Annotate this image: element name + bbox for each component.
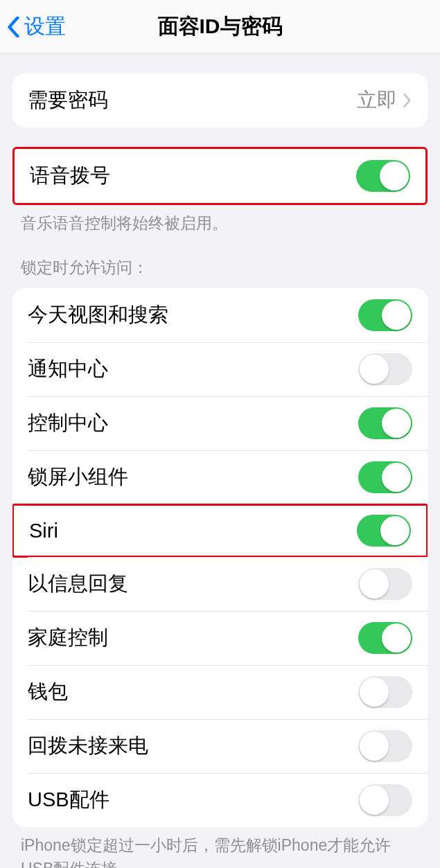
row-value: 立即 [357,87,397,114]
voice-dial-row: 语音拨号 [15,149,425,203]
lock-item-row: 锁屏小组件 [12,450,428,504]
lock-item-row: 通知中心 [12,342,428,396]
lock-item-toggle[interactable] [358,461,412,493]
row-label: 控制中心 [28,409,358,437]
lock-item-row: 家庭控制 [12,611,428,665]
row-label: USB配件 [28,786,358,814]
usb-footer: iPhone锁定超过一小时后，需先解锁iPhone才能允许USB配件连接。 [0,827,440,868]
row-label: 锁屏小组件 [28,463,358,491]
lock-item-row: 钱包 [12,665,428,719]
lock-item-toggle[interactable] [358,676,412,708]
row-label: 钱包 [28,678,358,706]
lock-item-row: 回拨未接来电 [12,719,428,773]
back-button[interactable]: 设置 [7,12,66,41]
lock-item-toggle[interactable] [358,407,412,439]
page-title: 面容ID与密码 [158,12,283,41]
lock-item-toggle[interactable] [358,568,412,600]
lock-item-row: Siri [12,504,428,558]
chevron-right-icon [403,93,412,108]
row-label: Siri [29,520,357,542]
back-label: 设置 [24,12,66,41]
row-label: 今天视图和搜索 [28,301,358,329]
passcode-group: 需要密码 立即 [12,73,428,127]
lock-access-header: 锁定时允许访问： [0,235,440,284]
voice-dial-toggle[interactable] [356,160,410,192]
lock-item-toggle[interactable] [358,784,412,816]
voice-dial-group: 语音拨号 [12,147,428,205]
lock-item-row: 以信息回复 [12,557,428,611]
row-label: 通知中心 [28,355,358,383]
lock-item-row: 控制中心 [12,396,428,450]
row-label: 语音拨号 [30,162,356,190]
lock-item-toggle[interactable] [358,299,412,331]
row-label: 家庭控制 [28,624,358,652]
lock-item-toggle[interactable] [358,353,412,385]
lock-item-row: USB配件 [12,773,428,827]
lock-item-toggle[interactable] [358,730,412,762]
chevron-left-icon [7,17,20,37]
row-label: 需要密码 [28,87,357,114]
row-label: 回拨未接来电 [28,732,358,760]
lock-access-group: 今天视图和搜索通知中心控制中心锁屏小组件Siri以信息回复家庭控制钱包回拨未接来… [12,288,428,827]
row-label: 以信息回复 [28,570,358,598]
lock-item-toggle[interactable] [358,622,412,654]
require-passcode-row[interactable]: 需要密码 立即 [12,73,428,127]
lock-item-row: 今天视图和搜索 [12,288,428,342]
nav-bar: 设置 面容ID与密码 [0,0,440,54]
lock-item-toggle[interactable] [357,515,411,547]
voice-dial-footer: 音乐语音控制将始终被启用。 [0,205,440,235]
